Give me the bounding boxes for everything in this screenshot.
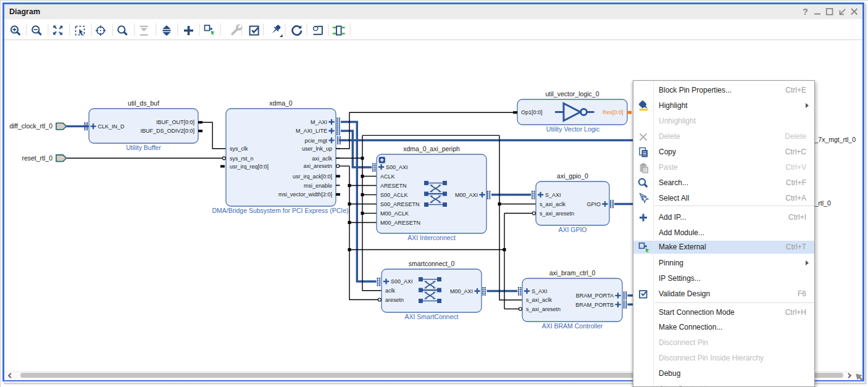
svg-text:reset_rtl_0: reset_rtl_0	[22, 154, 52, 162]
svg-text:sys_rst_n: sys_rst_n	[230, 156, 254, 162]
svg-text:M_AXI_LITE: M_AXI_LITE	[296, 128, 327, 134]
svg-text:M00_ACLK: M00_ACLK	[380, 210, 409, 217]
svg-text:diff_clock_rtl_0: diff_clock_rtl_0	[9, 122, 52, 130]
svg-text:axi_aclk: axi_aclk	[312, 156, 332, 162]
svg-text:AXI Interconnect: AXI Interconnect	[407, 234, 456, 241]
svg-text:usr_irq_req[0:0]: usr_irq_req[0:0]	[230, 164, 269, 170]
svg-text:M_AXI: M_AXI	[311, 119, 327, 125]
svg-text:smartconnect_0: smartconnect_0	[409, 260, 455, 267]
svg-text:msi_vector_width[2:0]: msi_vector_width[2:0]	[278, 191, 332, 198]
svg-text:Op1[0:0]: Op1[0:0]	[521, 109, 543, 115]
svg-text:BRAM_PORTB: BRAM_PORTB	[575, 302, 614, 308]
svg-text:axi_gpio_0: axi_gpio_0	[557, 172, 588, 180]
svg-text:util_ds_buf: util_ds_buf	[128, 99, 159, 107]
svg-text:aresetn: aresetn	[385, 297, 404, 303]
svg-text:ARESETN: ARESETN	[380, 183, 407, 189]
svg-text:s_axi_aresetn: s_axi_aresetn	[540, 210, 574, 217]
svg-text:S00_ARESETN: S00_ARESETN	[380, 201, 420, 207]
svg-text:M00_AXI: M00_AXI	[455, 192, 478, 198]
svg-text:S00_AXI: S00_AXI	[391, 278, 413, 285]
svg-text:xdma_0_axi_periph: xdma_0_axi_periph	[403, 145, 460, 152]
svg-text:S_AXI: S_AXI	[545, 192, 561, 198]
svg-text:M00_ARESETN: M00_ARESETN	[380, 220, 420, 226]
svg-text:IBUF_DS_ODIV2[0:0]: IBUF_DS_ODIV2[0:0]	[140, 128, 194, 134]
svg-text:M00_AXI: M00_AXI	[450, 288, 473, 294]
svg-text:xdma_0: xdma_0	[269, 99, 293, 107]
svg-text:util_vector_logic_0: util_vector_logic_0	[546, 90, 599, 98]
svg-text:BRAM_PORTA: BRAM_PORTA	[576, 293, 614, 299]
svg-text:CLK_IN_D: CLK_IN_D	[98, 123, 125, 130]
svg-text:ACLK: ACLK	[380, 173, 395, 180]
svg-text:GPIO: GPIO	[586, 201, 601, 207]
svg-text:S_AXI: S_AXI	[532, 288, 548, 294]
svg-text:Utility Buffer: Utility Buffer	[126, 144, 161, 151]
svg-text:usr_irq_ack[0:0]: usr_irq_ack[0:0]	[293, 173, 332, 180]
svg-text:s_axi_aclk: s_axi_aclk	[540, 201, 566, 207]
svg-text:AXI BRAM Controller: AXI BRAM Controller	[542, 322, 603, 330]
svg-text:AXI GPIO: AXI GPIO	[558, 226, 586, 233]
svg-text:aclk: aclk	[385, 288, 396, 294]
svg-text:S00_ACLK: S00_ACLK	[380, 192, 408, 198]
svg-text:_7x_mgt_rtl_0: _7x_mgt_rtl_0	[814, 136, 856, 143]
svg-text:s_axi_aclk: s_axi_aclk	[526, 297, 553, 303]
svg-text:AXI SmartConnect: AXI SmartConnect	[405, 313, 459, 320]
svg-text:DMA/Bridge Subsystem for PCI E: DMA/Bridge Subsystem for PCI Express (PC…	[212, 207, 348, 214]
svg-text:IBUF_OUT[0:0]: IBUF_OUT[0:0]	[156, 119, 194, 125]
svg-text:user_lnk_up: user_lnk_up	[302, 146, 332, 152]
svg-text:axi_aresetn: axi_aresetn	[303, 163, 332, 169]
svg-text:Res[0:0]: Res[0:0]	[603, 109, 624, 115]
svg-text:S00_AXI: S00_AXI	[386, 164, 408, 170]
svg-text:Utility Vector Logic: Utility Vector Logic	[546, 125, 599, 133]
svg-text:s_axi_aresetn: s_axi_aresetn	[526, 306, 561, 312]
svg-text:msi_enable: msi_enable	[304, 183, 332, 189]
svg-text:_rtl_0: _rtl_0	[814, 199, 831, 207]
svg-text:pcie_mgt: pcie_mgt	[304, 138, 327, 144]
svg-text:axi_bram_ctrl_0: axi_bram_ctrl_0	[549, 269, 596, 277]
svg-text:sys_clk: sys_clk	[230, 146, 248, 152]
